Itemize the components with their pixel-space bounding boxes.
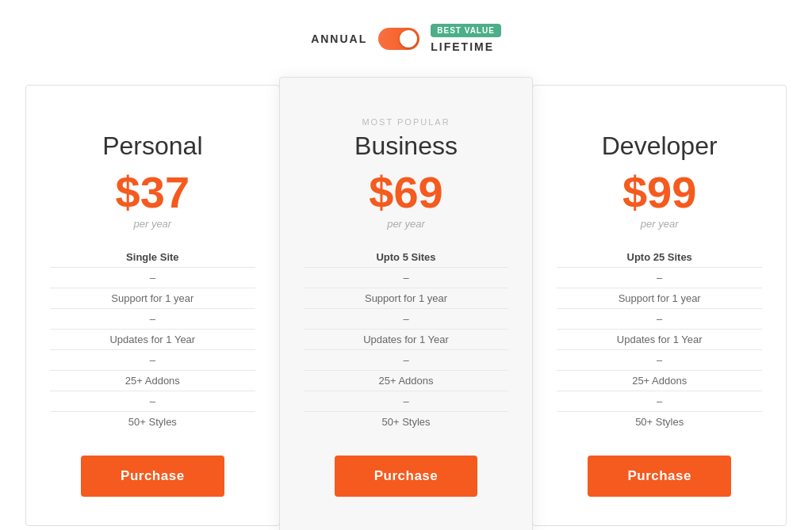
plan-name-business: Business: [354, 132, 458, 161]
most-popular-business: MOST POPULAR: [362, 117, 450, 127]
feature-developer-8: 50+ Styles: [557, 412, 762, 432]
feature-business-1: –: [304, 268, 509, 288]
pricing-cards: MOST POPULAR Personal $37 per year Singl…: [25, 85, 787, 526]
feature-business-5: –: [304, 350, 509, 371]
plan-name-personal: Personal: [102, 132, 202, 161]
feature-developer-5: –: [557, 350, 762, 371]
plan-card-business: MOST POPULAR Business $69 per year Upto …: [279, 77, 534, 530]
feature-developer-0: Upto 25 Sites: [557, 247, 762, 268]
feature-personal-4: Updates for 1 Year: [50, 330, 255, 350]
feature-personal-3: –: [50, 309, 255, 330]
feature-business-2: Support for 1 year: [304, 288, 509, 309]
feature-business-0: Upto 5 Sites: [304, 247, 509, 268]
feature-business-4: Updates for 1 Year: [304, 330, 509, 350]
plan-price-developer: $99: [622, 170, 696, 215]
plan-price-business: $69: [369, 170, 442, 215]
feature-personal-7: –: [50, 391, 255, 412]
plan-name-developer: Developer: [602, 132, 718, 161]
lifetime-label-wrap: BEST VALUE LIFETIME: [431, 24, 501, 53]
plan-price-personal: $37: [116, 170, 190, 215]
per-year-developer: per year: [641, 218, 679, 230]
toggle-knob: [400, 30, 417, 48]
feature-developer-1: –: [557, 268, 762, 288]
feature-personal-1: –: [50, 268, 255, 288]
feature-personal-6: 25+ Addons: [50, 371, 255, 391]
features-list-personal: Single Site – Support for 1 year – Updat…: [50, 247, 255, 432]
billing-toggle: ANNUAL BEST VALUE LIFETIME: [311, 24, 501, 53]
feature-personal-2: Support for 1 year: [50, 288, 255, 309]
purchase-button-developer[interactable]: Purchase: [588, 456, 731, 497]
feature-business-7: –: [304, 391, 509, 412]
feature-developer-7: –: [557, 391, 762, 412]
purchase-button-business[interactable]: Purchase: [335, 456, 478, 497]
lifetime-label: LIFETIME: [431, 40, 494, 53]
features-list-developer: Upto 25 Sites – Support for 1 year – Upd…: [557, 247, 762, 432]
feature-personal-8: 50+ Styles: [50, 412, 255, 432]
features-list-business: Upto 5 Sites – Support for 1 year – Upda…: [304, 247, 509, 432]
billing-toggle-switch[interactable]: [378, 28, 419, 50]
feature-business-3: –: [304, 309, 509, 330]
feature-business-6: 25+ Addons: [304, 371, 509, 391]
per-year-personal: per year: [133, 218, 171, 230]
plan-card-developer: MOST POPULAR Developer $99 per year Upto…: [532, 85, 787, 526]
feature-developer-4: Updates for 1 Year: [557, 330, 762, 350]
feature-developer-6: 25+ Addons: [557, 371, 762, 391]
feature-personal-5: –: [50, 350, 255, 371]
feature-developer-2: Support for 1 year: [557, 288, 762, 309]
feature-developer-3: –: [557, 309, 762, 330]
feature-personal-0: Single Site: [50, 247, 255, 268]
per-year-business: per year: [387, 218, 425, 230]
feature-business-8: 50+ Styles: [304, 412, 509, 432]
best-value-badge: BEST VALUE: [431, 24, 501, 37]
purchase-button-personal[interactable]: Purchase: [81, 456, 224, 497]
plan-card-personal: MOST POPULAR Personal $37 per year Singl…: [25, 85, 280, 526]
annual-label: ANNUAL: [311, 32, 367, 45]
